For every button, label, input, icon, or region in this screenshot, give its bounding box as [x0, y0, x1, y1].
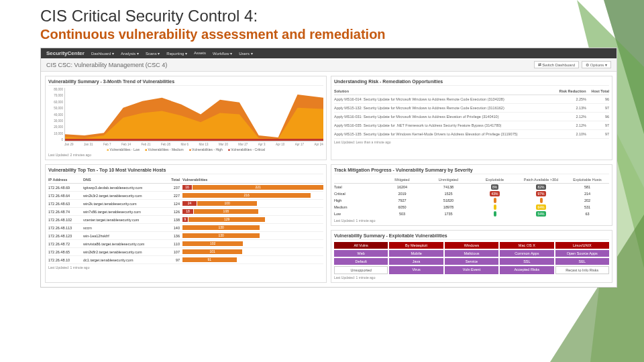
exploitable-cell[interactable]: Open Source Apps [555, 250, 609, 257]
mitigation-title: Track Mitigation Progress - Vulnerabilit… [334, 168, 609, 174]
exploitable-cell[interactable]: Accepted Risks [500, 266, 553, 274]
topten-row[interactable]: 172.26.48.10dc1.target.tenablesecurity.c… [48, 256, 323, 264]
nav-item[interactable]: Scans ▾ [146, 51, 160, 56]
chart-xaxis: Jan 29Jan 31Feb 7Feb 14Feb 21Feb 28Mar 6… [64, 143, 323, 146]
exploitable-cell[interactable]: Malicious [445, 250, 498, 257]
nav-item[interactable]: Analysis ▾ [121, 51, 139, 56]
exploitable-updated: Last Updated: 1 minute ago [334, 276, 609, 280]
trend-chart [64, 88, 323, 141]
exploitable-cell[interactable]: Mobile [389, 250, 443, 257]
exploitable-cell[interactable]: Vuln Event [445, 266, 498, 274]
exploitable-cell[interactable]: Default [334, 258, 388, 265]
topten-row[interactable]: 172.26.48.63win2k.target.tenablesecurity… [48, 200, 323, 208]
trend-panel: Vulnerability Summary - 3-Month Trend of… [45, 76, 327, 160]
nav-item[interactable]: Reporting ▾ [166, 51, 187, 56]
trend-updated: Last Updated: 2 minutes ago [48, 153, 323, 157]
slide-title-2: Continuous vulnerability assessment and … [40, 27, 617, 42]
exploitable-cell[interactable]: Common Apps [500, 250, 553, 257]
topten-row[interactable]: 172.26.48.69tgttwxp3.devlab.tenablesecur… [48, 184, 323, 192]
page-title: CIS CSC: Vulnerability Management (CSC 4… [46, 62, 167, 68]
topten-row[interactable]: 172.26.48.113sccm140130 [48, 224, 323, 232]
remediation-title: Understanding Risk - Remediation Opportu… [334, 79, 609, 86]
severity-row[interactable]: Medium60501897864%531 [334, 204, 609, 210]
mitigation-panel: Track Mitigation Progress - Vulnerabilit… [331, 164, 612, 226]
exploitable-cell[interactable]: Linux/UNIX [555, 242, 609, 249]
exploitable-cell[interactable]: SEL [555, 258, 609, 265]
remediation-row[interactable]: Apply MS16-035: Security Update for .NET… [334, 121, 609, 130]
severity-row[interactable]: High792751820202 [334, 197, 609, 204]
remediation-updated: Last Updated: Less than a minute ago [334, 140, 609, 144]
topten-panel: Vulnerability Top Ten - Top 10 Most Vuln… [45, 164, 327, 283]
topten-row[interactable]: 172.26.48.74win7x86.target.tenablesecuri… [48, 208, 323, 216]
topten-row[interactable]: 172.26.48.65win2k8r2.target.tenablesecur… [48, 248, 323, 256]
severity-row[interactable]: Critical2019152543%97%214 [334, 190, 609, 197]
nav-item[interactable]: Workflow ▾ [213, 51, 232, 56]
topten-row[interactable]: 172.26.48.64win2k3r2.target.tenablesecur… [48, 192, 323, 200]
nav-menu: Dashboard ▾Analysis ▾Scans ▾Reporting ▾A… [91, 51, 253, 56]
remediation-row[interactable]: Apply MS16-014: Security Update for Micr… [334, 95, 609, 104]
nav-item[interactable]: Assets [194, 51, 206, 56]
dashboard-screenshot: SecurityCenter Dashboard ▾Analysis ▾Scan… [40, 48, 617, 288]
remediation-row[interactable]: Apply MS16-031: Security Update for Micr… [334, 113, 609, 121]
nav-item[interactable]: Dashboard ▾ [91, 51, 114, 56]
switch-dashboard-button[interactable]: ⇄ Switch Dashboard [534, 61, 579, 68]
topten-title: Vulnerability Top Ten - Top 10 Most Vuln… [48, 168, 323, 174]
severity-row[interactable]: Total16204741388%82%581 [334, 184, 609, 190]
remediation-row[interactable]: Apply MS15-135: Security Update for Wind… [334, 130, 609, 139]
nav-item[interactable]: Users ▾ [239, 51, 252, 56]
exploitable-cell[interactable]: Recast to Info Risks [555, 266, 609, 274]
top-nav: SecurityCenter Dashboard ▾Analysis ▾Scan… [41, 48, 616, 58]
sub-header: CIS CSC: Vulnerability Management (CSC 4… [41, 58, 616, 72]
topten-row[interactable]: 172.26.48.72winvista86.target.tenablesec… [48, 240, 323, 248]
exploitable-cell[interactable]: Web [334, 250, 388, 257]
exploitable-panel: Vulnerability Summary - Exploitable Vuln… [331, 230, 612, 283]
remediation-row[interactable]: Apply MS15-132: Security Update for Micr… [334, 104, 609, 113]
brand-logo: SecurityCenter [46, 50, 85, 56]
chart-yaxis: 80,00070,00060,00050,00040,00030,00020,0… [50, 88, 63, 141]
topten-row[interactable]: 172.26.48.123win-1ea12hskfrf136130 [48, 232, 323, 240]
exploitable-cell[interactable]: Java [389, 258, 443, 265]
severity-row[interactable]: Low503173554%63 [334, 210, 609, 217]
exploitable-cell[interactable]: Windows [445, 242, 498, 249]
remediation-panel: Understanding Risk - Remediation Opportu… [331, 76, 612, 160]
chart-legend: Vulnerabilities - Low Vulnerabilities - … [48, 147, 323, 152]
exploitable-cell[interactable]: Unsupported [334, 266, 388, 274]
exploitable-cell[interactable]: Virus [389, 266, 443, 274]
exploitable-cell[interactable]: By Metasploit [389, 242, 443, 249]
exploitable-cell[interactable]: Mac OS X [500, 242, 553, 249]
exploitable-cell[interactable]: SSL [500, 258, 553, 265]
exploitable-cell[interactable]: All Vulns [334, 242, 388, 249]
exploitable-cell[interactable]: Service [445, 258, 498, 265]
topten-updated: Last Updated: 1 minute ago [48, 265, 323, 269]
trend-title: Vulnerability Summary - 3-Month Trend of… [48, 79, 323, 86]
slide-title-1: CIS Critical Security Control 4: [40, 7, 617, 25]
topten-row[interactable]: 172.26.48.102vcenter.target.tenablesecur… [48, 216, 323, 224]
mitigation-updated: Last Updated: 1 minute ago [334, 219, 609, 223]
exploitable-title: Vulnerability Summary - Exploitable Vuln… [334, 233, 609, 240]
options-button[interactable]: ⚙ Options ▾ [582, 61, 611, 68]
